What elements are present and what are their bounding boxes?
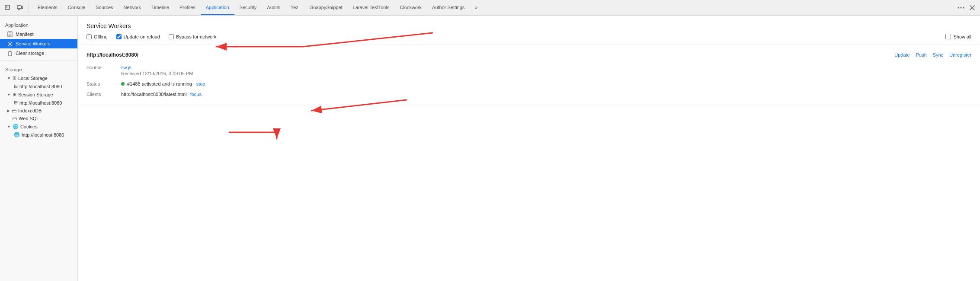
toolbar-tabs: Elements Console Sources Network Timelin…	[32, 0, 483, 15]
status-dot-icon	[121, 82, 125, 86]
status-value: #1488 activated and is running stop	[121, 80, 971, 87]
sidebar-item-session-storage-child[interactable]: ⊞ http://localhost:8080	[0, 99, 77, 107]
source-label: Source	[86, 64, 121, 77]
offline-checkbox-label[interactable]: Offline	[86, 34, 108, 39]
tab-laravel[interactable]: Laravel TestTools	[348, 0, 395, 15]
session-storage-label: Session Storage	[18, 92, 53, 97]
tab-more[interactable]: »	[470, 0, 483, 15]
svg-point-4	[958, 7, 959, 8]
toolbar-icons	[3, 3, 29, 13]
sidebar-item-service-workers[interactable]: Service Workers	[0, 39, 77, 48]
session-storage-grid-icon: ⊞	[13, 92, 16, 97]
offline-checkbox[interactable]	[86, 34, 92, 39]
gear-icon	[7, 41, 13, 47]
svg-point-5	[961, 7, 962, 8]
update-on-reload-checkbox[interactable]	[116, 34, 122, 39]
tab-elements[interactable]: Elements	[32, 0, 63, 15]
manifest-icon	[7, 31, 13, 37]
bypass-for-network-checkbox[interactable]	[169, 34, 174, 39]
status-text: #1488 activated and is running	[127, 81, 192, 86]
web-sql-label: Web SQL	[19, 116, 39, 121]
show-all-checkbox-label[interactable]: Show all	[945, 34, 971, 39]
chevron-down-icon-cookies: ▼	[7, 125, 11, 129]
clients-row: http://localhost:8080/latest.html focus	[121, 92, 971, 97]
local-storage-child-grid-icon: ⊞	[14, 83, 18, 89]
content-area: Service Workers Offline Update on reload…	[78, 16, 980, 281]
sidebar-item-clear-storage[interactable]: Clear storage	[0, 48, 77, 58]
focus-link[interactable]: focus	[190, 92, 202, 97]
tab-console[interactable]: Console	[63, 0, 90, 15]
sw-header: Service Workers Offline Update on reload…	[78, 16, 980, 45]
local-storage-label: Local Storage	[18, 76, 48, 81]
bypass-for-network-label: Bypass for network	[176, 34, 217, 39]
offline-label: Offline	[94, 34, 108, 39]
session-storage-child-label: http://localhost:8080	[19, 100, 62, 105]
tab-network[interactable]: Network	[118, 0, 146, 15]
tab-author[interactable]: Author Settings	[427, 0, 470, 15]
push-link[interactable]: Push	[916, 52, 927, 57]
trash-icon	[7, 50, 13, 56]
cookies-label: Cookies	[20, 124, 38, 129]
chevron-right-icon-idb: ▶	[7, 109, 10, 113]
chevron-down-icon: ▼	[7, 76, 11, 80]
sidebar-item-cookies[interactable]: ▼ 🌐 Cookies	[0, 122, 77, 131]
status-label: Status	[86, 80, 121, 87]
local-storage-child-label: http://localhost:8080	[19, 84, 62, 89]
bypass-for-network-checkbox-label[interactable]: Bypass for network	[169, 34, 217, 39]
local-storage-grid-icon: ⊞	[13, 75, 16, 81]
unregister-link[interactable]: Unregister	[949, 52, 971, 57]
clients-url: http://localhost:8080/latest.html	[121, 92, 187, 97]
sidebar-item-session-storage[interactable]: ▼ ⊞ Session Storage	[0, 90, 77, 99]
sidebar-item-manifest[interactable]: Manifest	[0, 29, 77, 39]
status-row: #1488 activated and is running stop	[121, 81, 971, 86]
stop-link[interactable]: stop	[196, 81, 205, 86]
sidebar: Application Manifest Service Workers	[0, 16, 78, 281]
sync-link[interactable]: Sync	[933, 52, 943, 57]
tab-sources[interactable]: Sources	[90, 0, 118, 15]
cookies-child-label: http://localhost:8080	[22, 132, 64, 137]
inspect-icon[interactable]	[3, 3, 13, 13]
tab-application[interactable]: Application	[201, 0, 234, 15]
svg-point-6	[963, 7, 964, 8]
web-sql-icon: 🗃	[12, 116, 17, 121]
sw-entry-url: http://localhost:8080/	[86, 52, 138, 58]
sidebar-item-local-storage-child[interactable]: ⊞ http://localhost:8080	[0, 82, 77, 90]
indexeddb-label: IndexedDB	[18, 108, 42, 113]
more-options-button[interactable]	[955, 4, 967, 11]
cookies-child-icon: 🌐	[14, 132, 20, 137]
application-section-label: Application	[0, 19, 77, 29]
close-devtools-button[interactable]	[967, 3, 977, 13]
sidebar-item-indexeddb[interactable]: ▶ 🗃 IndexedDB	[0, 107, 77, 115]
tab-clockwork[interactable]: Clockwork	[394, 0, 427, 15]
update-link[interactable]: Update	[894, 52, 910, 57]
tab-timeline[interactable]: Timeline	[146, 0, 174, 15]
update-on-reload-checkbox-label[interactable]: Update on reload	[116, 34, 160, 39]
indexeddb-icon: 🗃	[12, 108, 16, 113]
sidebar-item-local-storage[interactable]: ▼ ⊞ Local Storage	[0, 74, 77, 82]
sw-controls: Offline Update on reload Bypass for netw…	[86, 34, 971, 39]
tab-yez[interactable]: Yez!	[285, 0, 305, 15]
sidebar-item-web-sql[interactable]: 🗃 Web SQL	[0, 115, 77, 122]
clients-label: Clients	[86, 91, 121, 98]
show-all-checkbox[interactable]	[945, 34, 951, 39]
toolbar: Elements Console Sources Network Timelin…	[0, 0, 980, 16]
sidebar-divider-1	[0, 61, 77, 61]
source-value: sw.js Received 12/13/2016, 3:09:05 PM	[121, 64, 971, 77]
chevron-down-icon-session: ▼	[7, 93, 11, 97]
service-workers-label: Service Workers	[16, 41, 50, 46]
tab-audits[interactable]: Audits	[262, 0, 285, 15]
clear-storage-label: Clear storage	[16, 51, 44, 56]
device-icon[interactable]	[15, 3, 25, 13]
update-on-reload-label: Update on reload	[124, 34, 160, 39]
sw-entry-actions: Update Push Sync Unregister	[894, 52, 971, 57]
clients-value: http://localhost:8080/latest.html focus	[121, 91, 971, 98]
sw-controls-left: Offline Update on reload Bypass for netw…	[86, 34, 937, 39]
sidebar-item-cookies-child[interactable]: 🌐 http://localhost:8080	[0, 131, 77, 139]
sw-entry: http://localhost:8080/ Update Push Sync …	[78, 45, 980, 105]
tab-snappy[interactable]: SnappySnippet	[305, 0, 348, 15]
sw-entry-header: http://localhost:8080/ Update Push Sync …	[86, 52, 971, 58]
show-all-label-text: Show all	[953, 34, 971, 39]
source-file-link[interactable]: sw.js	[121, 65, 131, 70]
tab-profiles[interactable]: Profiles	[174, 0, 201, 15]
tab-security[interactable]: Security	[234, 0, 262, 15]
